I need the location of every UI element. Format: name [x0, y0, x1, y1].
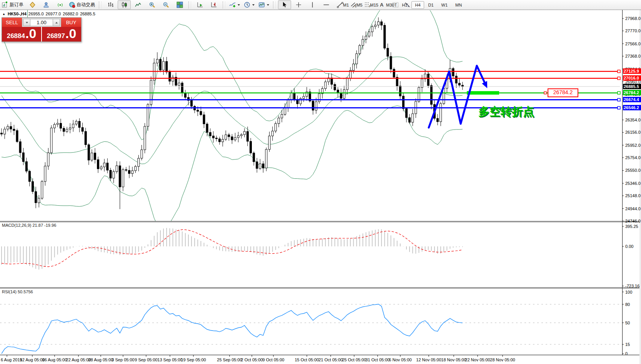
candlestick-chart-button[interactable] [118, 0, 131, 9]
tile-windows-icon [176, 2, 183, 8]
timeframe-m5-button[interactable]: M5 [353, 1, 366, 9]
macd-panel [2, 228, 463, 269]
autotrading-button[interactable]: 自动交易 [67, 0, 97, 9]
chevron-down-icon [26, 22, 28, 23]
candlestick-chart-icon [121, 2, 128, 8]
toolbar: 新订单自动交易EFAT M1M5M15M30H1H4D1W1MN [0, 0, 641, 10]
sell-price[interactable]: 26884 .0 [2, 27, 41, 42]
annotation-text[interactable]: 多空转折点 [478, 105, 534, 118]
autoscroll-button[interactable] [193, 0, 206, 9]
level-price-label: 27125.9 [623, 68, 641, 74]
bar-chart-button[interactable] [104, 0, 117, 9]
horizontal-line-button[interactable] [320, 0, 333, 9]
autoscroll-icon [197, 2, 203, 8]
indicators-button[interactable] [228, 0, 241, 9]
toolbar-separator [223, 2, 225, 8]
signals-icon [57, 2, 63, 8]
horizontal-level-line[interactable] [0, 70, 620, 73]
timeframe-d1-button[interactable]: D1 [425, 1, 437, 9]
horizontal-line-icon [323, 2, 330, 8]
thick-highlight-segment [467, 91, 499, 95]
toolbar-button-label: 自动交易 [77, 2, 95, 8]
buy-price-main: 26897 [47, 32, 65, 40]
periods-button[interactable] [242, 0, 256, 9]
community-button[interactable] [40, 0, 53, 9]
zoom-in-button[interactable] [145, 0, 158, 9]
panel-splitter-macd[interactable] [0, 221, 639, 222]
toolbar-separator [273, 2, 276, 8]
chart-shift-button[interactable] [207, 0, 220, 9]
line-chart-button[interactable] [132, 0, 145, 9]
chart-canvas: 多空转折点多空转折点27968.027770.027566.027368.027… [0, 0, 641, 364]
timeframe-m15-button[interactable]: M15 [367, 1, 382, 9]
chart-header: ▲ HK50-,H4 26955.0 26977.0 26882.0 26885… [2, 12, 95, 16]
macd-histogram [2, 228, 463, 269]
level-price-label: 27016.0 [623, 75, 641, 81]
buy-price-pips: .0 [65, 28, 76, 39]
horizontal-level-line[interactable] [0, 77, 620, 80]
volume-input[interactable] [30, 19, 53, 26]
ohlc-low: 26882.0 [63, 12, 78, 16]
window-frame [0, 10, 641, 355]
marketplace-button[interactable] [26, 0, 39, 9]
sell-button[interactable]: SELL [2, 18, 22, 27]
templates-button[interactable] [257, 0, 271, 9]
timeframe-h1-button[interactable]: H1 [398, 1, 411, 9]
indicators-icon [229, 2, 236, 8]
line-drag-handle[interactable] [618, 77, 620, 80]
rsi-indicator-label: RSI(14) 50.5756 [2, 289, 33, 294]
rsi-line [2, 304, 463, 354]
ohlc-open: 26955.0 [28, 12, 44, 16]
periods-icon [244, 2, 250, 8]
toolbar-separator [99, 2, 102, 8]
vertical-line-icon [309, 2, 316, 8]
cursor-icon [281, 2, 288, 8]
volume-decrease-button[interactable] [23, 19, 30, 26]
price-axis[interactable] [622, 10, 641, 355]
ohlc-close: 26885.5 [80, 12, 95, 16]
level-price-label: 26674.4 [623, 97, 641, 102]
line-drag-handle[interactable] [618, 98, 620, 101]
time-axis[interactable] [0, 355, 622, 364]
toolbar-button-label: 新订单 [10, 2, 23, 8]
tile-windows-button[interactable] [173, 0, 186, 9]
one-click-trading-panel: SELL BUY 26884 .0 26897 .0 [2, 17, 82, 42]
line-drag-handle[interactable] [618, 70, 620, 73]
bar-chart-icon [107, 2, 114, 8]
collapse-chart-icon[interactable]: ▲ [2, 12, 5, 16]
timeframe-mn-button[interactable]: MN [452, 1, 465, 9]
macd-indicator-label: MACD(12,26,9) 21.87 -19.96 [2, 223, 56, 228]
zoom-in-icon [149, 2, 155, 8]
line-drag-handle[interactable] [618, 91, 620, 94]
panel-splitter-rsi[interactable] [0, 288, 639, 288]
cursor-button[interactable] [278, 0, 291, 9]
timeframe-m30-button[interactable]: M30 [383, 1, 398, 9]
zoom-out-icon [163, 2, 169, 8]
line-chart-icon [135, 2, 142, 8]
chevron-up-icon [55, 22, 58, 23]
volume-increase-button[interactable] [53, 19, 60, 26]
buy-price[interactable]: 26897 .0 [42, 27, 81, 42]
sell-price-main: 26884 [7, 32, 25, 40]
rsi-panel [0, 304, 622, 354]
symbol-period-label: HK50-,H4 [8, 12, 27, 16]
chevron-down-icon [252, 4, 255, 6]
crosshair-button[interactable] [292, 0, 305, 9]
zoom-out-button[interactable] [159, 0, 172, 9]
autotrading-icon [69, 2, 75, 8]
line-drag-handle[interactable] [618, 106, 620, 109]
level-price-label: 26784.2 [623, 90, 641, 95]
timeframe-group: M1M5M15M30H1H4D1W1MN [339, 0, 466, 9]
chevron-down-icon [267, 4, 269, 6]
signals-button[interactable] [53, 0, 67, 9]
toolbar-separator [188, 2, 191, 8]
timeframe-m1-button[interactable]: M1 [340, 1, 352, 9]
chart-shift-icon [211, 2, 217, 8]
crosshair-icon [295, 2, 302, 8]
timeframe-w1-button[interactable]: W1 [438, 1, 451, 9]
marketplace-icon [29, 2, 36, 8]
price-callout-label[interactable]: 26784.2 [548, 88, 578, 97]
new-order-button[interactable]: 新订单 [0, 0, 25, 9]
vertical-line-button[interactable] [306, 0, 319, 9]
timeframe-h4-button[interactable]: H4 [411, 1, 424, 9]
